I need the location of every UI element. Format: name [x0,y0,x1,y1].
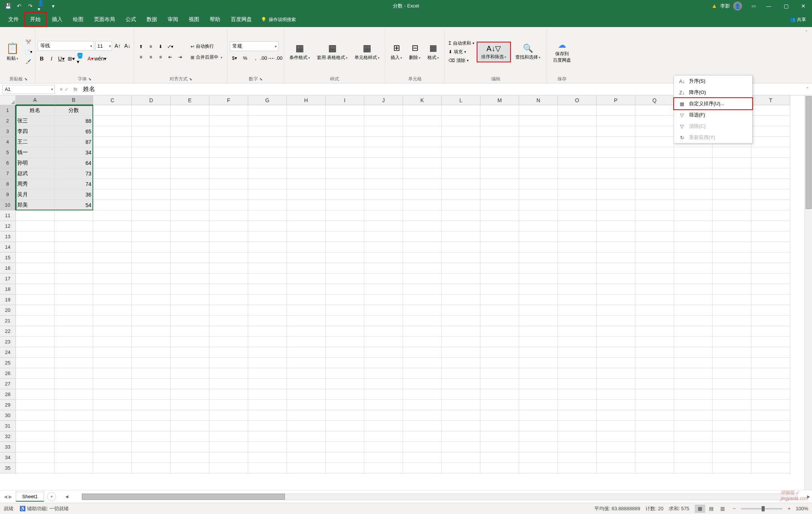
cell[interactable] [442,126,480,137]
cell[interactable] [132,431,171,442]
cell[interactable] [93,389,132,400]
row-header[interactable]: 28 [0,389,16,400]
row-header[interactable]: 11 [0,210,16,221]
cell[interactable] [442,295,480,305]
menu-ascending[interactable]: A↓升序(S) [674,76,752,87]
cell[interactable] [519,137,558,147]
cell[interactable] [403,421,442,431]
cell[interactable] [248,326,287,337]
cell[interactable]: 姓名 [16,105,55,116]
cell[interactable] [519,358,558,368]
cell[interactable] [16,389,55,400]
cell[interactable] [364,231,403,242]
align-left-button[interactable]: ≡ [136,53,145,61]
cell[interactable] [209,263,248,274]
cell[interactable] [519,179,558,189]
cell[interactable] [519,189,558,200]
cell[interactable] [287,116,326,126]
cell[interactable] [558,400,597,410]
cell[interactable] [403,147,442,158]
cell[interactable] [480,410,519,421]
increase-decimal-button[interactable]: .00→ [261,53,271,62]
cell[interactable] [674,347,713,358]
column-header[interactable]: K [403,95,442,105]
cell[interactable] [597,137,635,147]
cell[interactable] [93,368,132,379]
cell[interactable] [171,179,209,189]
cell[interactable] [674,252,713,263]
cell[interactable] [132,358,171,368]
cell[interactable] [674,210,713,221]
cell[interactable] [713,210,751,221]
cell[interactable] [713,358,751,368]
cell[interactable] [171,326,209,337]
cell[interactable] [403,337,442,347]
cell[interactable] [248,263,287,274]
sheet-nav-prev[interactable]: ◀ [4,494,7,499]
cell[interactable] [326,147,364,158]
cell[interactable] [519,463,558,473]
cell[interactable] [287,295,326,305]
cell[interactable] [55,347,93,358]
cell[interactable] [93,231,132,242]
cell[interactable] [171,158,209,168]
zoom-slider[interactable] [741,508,782,509]
cell[interactable] [93,263,132,274]
cell[interactable] [751,189,790,200]
cell[interactable] [55,284,93,295]
cell[interactable] [480,274,519,284]
cell[interactable] [635,463,674,473]
cell[interactable] [442,263,480,274]
cell[interactable] [674,284,713,295]
cell[interactable] [364,252,403,263]
cell[interactable] [442,379,480,389]
cell[interactable] [209,200,248,210]
cell[interactable] [480,305,519,316]
cell[interactable] [132,137,171,147]
cell[interactable] [171,295,209,305]
hscroll-thumb[interactable] [82,494,285,500]
cell[interactable] [442,316,480,326]
cell[interactable] [287,189,326,200]
cell[interactable] [751,337,790,347]
cell[interactable] [55,210,93,221]
cell[interactable] [326,442,364,452]
cell[interactable] [597,189,635,200]
cell[interactable] [326,126,364,137]
cell[interactable] [442,431,480,442]
cell[interactable] [674,379,713,389]
cell[interactable] [558,410,597,421]
cell[interactable] [751,147,790,158]
cell[interactable] [597,147,635,158]
cell[interactable] [248,368,287,379]
cell[interactable] [674,231,713,242]
column-header[interactable]: B [55,95,93,105]
cell[interactable] [674,368,713,379]
cell[interactable] [209,179,248,189]
cell[interactable] [93,274,132,284]
row-header[interactable]: 29 [0,400,16,410]
cell[interactable] [480,379,519,389]
cell[interactable] [635,221,674,231]
qat-customize-icon[interactable]: ▾ [49,2,57,10]
cell[interactable] [326,252,364,263]
paste-button[interactable]: 📋 粘贴 [4,41,21,62]
cell[interactable]: 73 [55,168,93,179]
cell[interactable] [635,379,674,389]
cell[interactable]: 88 [55,116,93,126]
cell[interactable] [287,210,326,221]
cell[interactable] [209,274,248,284]
cell[interactable] [364,463,403,473]
format-as-table-button[interactable]: ▦套用 表格格式 [314,42,351,62]
cell[interactable] [93,358,132,368]
avatar[interactable]: 👤 [733,2,742,11]
cell[interactable] [287,358,326,368]
row-header[interactable]: 27 [0,379,16,389]
cell[interactable] [519,442,558,452]
cell[interactable] [364,105,403,116]
cell[interactable] [597,284,635,295]
cell[interactable] [442,221,480,231]
cell[interactable] [751,210,790,221]
cell[interactable] [597,126,635,137]
autosum-button[interactable]: Σ自动求和▾ [447,40,476,47]
